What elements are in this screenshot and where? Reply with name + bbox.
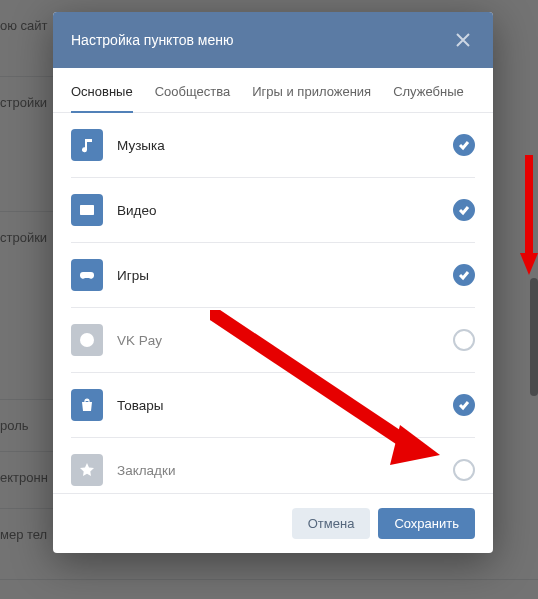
close-button[interactable] xyxy=(451,28,475,52)
bag-icon xyxy=(71,389,103,421)
toggle-bookmarks[interactable] xyxy=(453,459,475,481)
svg-rect-1 xyxy=(80,205,82,215)
svg-rect-0 xyxy=(80,205,94,215)
tab-system[interactable]: Служебные xyxy=(393,68,464,113)
svg-text:₽: ₽ xyxy=(84,335,90,345)
close-icon xyxy=(456,33,470,47)
menu-item-bookmarks[interactable]: Закладки xyxy=(71,438,475,493)
toggle-games[interactable] xyxy=(453,264,475,286)
menu-item-games[interactable]: Игры xyxy=(71,243,475,308)
toggle-vkpay[interactable] xyxy=(453,329,475,351)
menu-item-label: VK Pay xyxy=(103,333,453,348)
ruble-icon: ₽ xyxy=(71,324,103,356)
cancel-button[interactable]: Отмена xyxy=(292,508,371,539)
tab-communities[interactable]: Сообщества xyxy=(155,68,231,113)
svg-rect-2 xyxy=(92,205,94,215)
menu-item-label: Товары xyxy=(103,398,453,413)
toggle-market[interactable] xyxy=(453,394,475,416)
menu-item-label: Видео xyxy=(103,203,453,218)
tab-main[interactable]: Основные xyxy=(71,68,133,113)
menu-item-music[interactable]: Музыка xyxy=(71,113,475,178)
modal-footer: Отмена Сохранить xyxy=(53,493,493,553)
menu-item-market[interactable]: Товары xyxy=(71,373,475,438)
menu-settings-modal: Настройка пунктов меню Основные Сообщест… xyxy=(53,12,493,553)
menu-item-video[interactable]: Видео xyxy=(71,178,475,243)
menu-item-vkpay[interactable]: ₽ VK Pay xyxy=(71,308,475,373)
star-icon xyxy=(71,454,103,486)
menu-item-label: Закладки xyxy=(103,463,453,478)
menu-items-list[interactable]: Музыка Видео Игры ₽ xyxy=(53,113,493,493)
music-icon xyxy=(71,129,103,161)
save-button[interactable]: Сохранить xyxy=(378,508,475,539)
toggle-music[interactable] xyxy=(453,134,475,156)
video-icon xyxy=(71,194,103,226)
modal-title: Настройка пунктов меню xyxy=(71,32,451,48)
menu-item-label: Музыка xyxy=(103,138,453,153)
tab-bar: Основные Сообщества Игры и приложения Сл… xyxy=(53,68,493,113)
toggle-video[interactable] xyxy=(453,199,475,221)
tab-games-apps[interactable]: Игры и приложения xyxy=(252,68,371,113)
gamepad-icon xyxy=(71,259,103,291)
modal-header: Настройка пунктов меню xyxy=(53,12,493,68)
menu-item-label: Игры xyxy=(103,268,453,283)
